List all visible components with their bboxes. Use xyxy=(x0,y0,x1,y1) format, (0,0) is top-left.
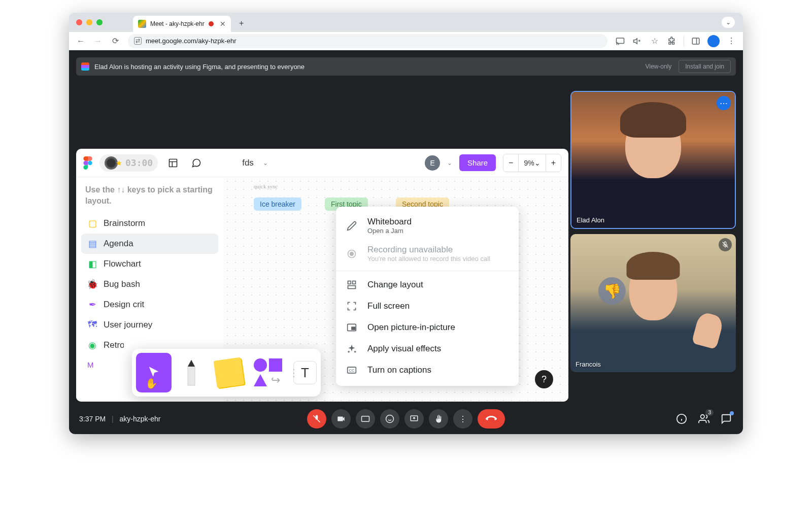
zoom-in-button[interactable]: + xyxy=(546,154,561,172)
extensions-icon[interactable] xyxy=(664,34,680,49)
timer-widget[interactable]: ★ 03:00 xyxy=(99,154,158,172)
text-tool[interactable]: T xyxy=(293,361,317,384)
more-templates-link[interactable]: More xyxy=(81,355,93,374)
user-avatar[interactable]: E xyxy=(425,155,440,171)
menu-fullscreen[interactable]: Full screen xyxy=(336,295,519,317)
agenda-icon: ▤ xyxy=(87,239,97,249)
share-button[interactable]: Share xyxy=(459,154,496,171)
timer-value: 03:00 xyxy=(125,157,153,168)
zoom-out-button[interactable]: − xyxy=(503,154,518,172)
mute-tab-icon[interactable] xyxy=(630,34,645,49)
tab-overflow-button[interactable]: ⌄ xyxy=(722,17,735,28)
address-bar: ← → ⟳ ⇄ meet.google.com/aky-hzpk-ehr ☆ ⋮ xyxy=(69,32,743,50)
map-icon: 🗺 xyxy=(87,320,97,330)
menu-item-subtitle: Open a Jam xyxy=(367,227,412,235)
figma-toolbar: ★ 03:00 fds ⌄ E ⌄ Share − 9% ⌄ xyxy=(76,149,568,177)
browser-menu-icon[interactable]: ⋮ xyxy=(724,34,739,49)
pencil-tool[interactable] xyxy=(174,353,209,392)
thumbs-down-reaction-icon: 👎 xyxy=(598,277,626,305)
figma-icon xyxy=(81,62,89,71)
svg-point-7 xyxy=(350,252,354,255)
reload-button[interactable]: ⟳ xyxy=(108,34,123,49)
template-brainstorm[interactable]: ▢Brainstorm xyxy=(81,213,218,234)
meet-favicon-icon xyxy=(138,20,146,28)
sidepanel-icon[interactable] xyxy=(688,34,703,49)
profile-avatar[interactable] xyxy=(707,35,720,47)
menu-item-title: Recording unavailable xyxy=(367,245,490,255)
sticky-note-tool[interactable] xyxy=(211,353,247,392)
call-controls: ⋮ xyxy=(307,409,505,429)
video-tile-elad[interactable]: Elad Alon ⋯ xyxy=(570,91,736,229)
hangup-button[interactable] xyxy=(478,409,505,429)
participant-name: Francois xyxy=(576,360,601,368)
window-controls xyxy=(76,19,103,25)
menu-item-label: Change layout xyxy=(367,280,423,290)
sidebar-hint: Use the ↑↓ keys to pick a starting layou… xyxy=(81,184,218,213)
layout-panel-icon[interactable] xyxy=(165,155,181,171)
forward-button[interactable]: → xyxy=(90,34,106,49)
menu-whiteboard[interactable]: WhiteboardOpen a Jam xyxy=(336,212,519,240)
figma-logo-icon[interactable] xyxy=(83,156,92,170)
zoom-value[interactable]: 9% ⌄ xyxy=(519,154,545,172)
more-options-button[interactable]: ⋮ xyxy=(453,409,472,429)
shapes-tool[interactable]: ↪ xyxy=(249,353,287,392)
menu-change-layout[interactable]: Change layout xyxy=(336,274,519,295)
square-shape-icon xyxy=(269,358,282,372)
meet-app: Elad Alon is hosting an activity using F… xyxy=(69,50,743,434)
bug-icon: 🐞 xyxy=(87,279,97,289)
meet-bottom-bar: 3:37 PM | aky-hzpk-ehr ⋮ 3 xyxy=(69,404,743,434)
info-button[interactable] xyxy=(675,412,688,425)
recording-indicator-icon xyxy=(209,21,214,26)
help-button[interactable]: ? xyxy=(535,370,553,388)
menu-captions[interactable]: CC Turn on captions xyxy=(336,359,519,381)
svg-point-16 xyxy=(386,415,394,423)
back-button[interactable]: ← xyxy=(73,34,88,49)
camera-button[interactable] xyxy=(331,409,351,429)
close-window-icon[interactable] xyxy=(76,19,82,25)
menu-item-title: Whiteboard xyxy=(367,217,412,227)
menu-item-label: Apply visual effects xyxy=(367,344,441,354)
template-bugbash[interactable]: 🐞Bug bash xyxy=(81,274,218,294)
cast-icon[interactable] xyxy=(613,34,628,49)
cursor-tool[interactable]: ✋ xyxy=(136,353,172,392)
maximize-window-icon[interactable] xyxy=(96,19,103,25)
menu-pip[interactable]: Open picture-in-picture xyxy=(336,317,519,338)
install-join-button[interactable]: Install and join xyxy=(679,60,731,73)
template-userjourney[interactable]: 🗺User journey xyxy=(81,315,218,335)
avatar-chevron-icon[interactable]: ⌄ xyxy=(447,159,452,167)
present-button[interactable] xyxy=(404,409,424,429)
people-button[interactable]: 3 xyxy=(697,412,710,425)
template-agenda[interactable]: ▤Agenda xyxy=(81,234,218,254)
tag-icebreaker[interactable]: Ice breaker xyxy=(254,198,301,211)
pip-icon xyxy=(346,322,357,333)
hand-tool-icon[interactable]: ✋ xyxy=(145,377,158,389)
browser-tab[interactable]: Meet - aky-hzpk-ehr ✕ xyxy=(133,16,231,32)
new-tab-button[interactable]: + xyxy=(235,17,248,30)
people-count-badge: 3 xyxy=(705,409,714,416)
captions-button[interactable] xyxy=(356,409,375,429)
close-tab-icon[interactable]: ✕ xyxy=(220,20,226,28)
template-flowchart[interactable]: ◧Flowchart xyxy=(81,254,218,274)
lightbulb-icon: ▢ xyxy=(87,218,97,228)
url-input[interactable]: ⇄ meet.google.com/aky-hzpk-ehr xyxy=(128,34,607,48)
video-tile-francois[interactable]: 👎 Francois xyxy=(570,234,736,372)
star-icon: ★ xyxy=(116,159,122,167)
comment-icon[interactable] xyxy=(188,155,205,171)
minimize-window-icon[interactable] xyxy=(86,19,92,25)
menu-visual-effects[interactable]: Apply visual effects xyxy=(336,338,519,359)
title-chevron-icon[interactable]: ⌄ xyxy=(263,159,268,167)
template-designcrit[interactable]: ✒Design crit xyxy=(81,294,218,315)
tile-more-icon[interactable]: ⋯ xyxy=(717,96,731,110)
chat-button[interactable] xyxy=(720,412,733,425)
reactions-button[interactable] xyxy=(380,409,399,429)
meeting-info[interactable]: 3:37 PM | aky-hzpk-ehr xyxy=(79,415,160,423)
bookmark-icon[interactable]: ☆ xyxy=(647,34,662,49)
right-controls: 3 xyxy=(675,412,733,425)
figma-presentation: ★ 03:00 fds ⌄ E ⌄ Share − 9% ⌄ xyxy=(76,149,568,402)
raise-hand-button[interactable] xyxy=(429,409,448,429)
document-title[interactable]: fds xyxy=(242,158,254,168)
url-text: meet.google.com/aky-hzpk-ehr xyxy=(146,37,236,45)
site-settings-icon[interactable]: ⇄ xyxy=(134,37,142,45)
mic-button[interactable] xyxy=(307,409,326,429)
pen-icon: ✒ xyxy=(87,300,97,310)
